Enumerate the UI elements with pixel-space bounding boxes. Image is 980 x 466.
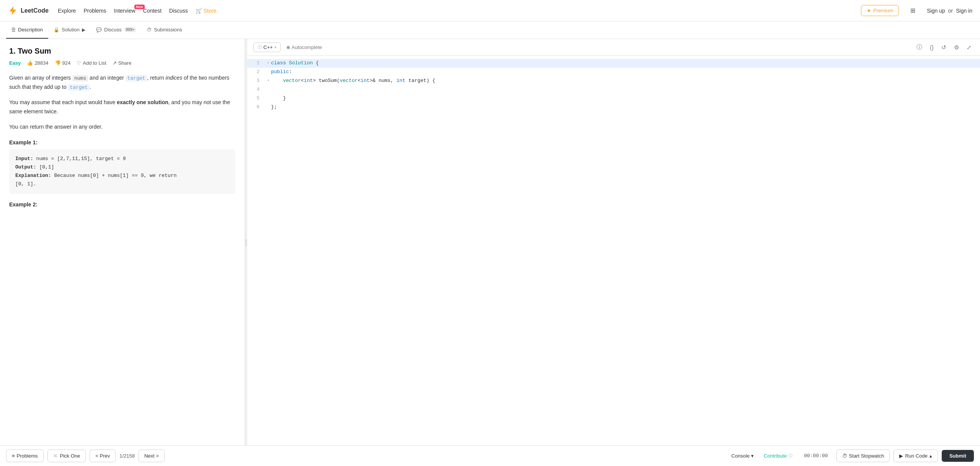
tab-submissions-label: Submissions (154, 27, 182, 33)
example2-title: Example 2: (9, 201, 235, 208)
prev-button[interactable]: < Prev (90, 450, 116, 462)
timer-display: 00:00:00 (799, 451, 832, 461)
star-icon: ★ (867, 8, 871, 13)
run-code-button[interactable]: ▶ Run Code ▴ (893, 450, 938, 462)
contribute-info-icon: ⓘ (788, 453, 792, 459)
code-line-1: 1 ▾ class Solution { (247, 59, 980, 68)
nav-links: Explore Problems Interview New Contest D… (58, 8, 216, 14)
tab-submissions[interactable]: ⏱ Submissions (142, 21, 188, 39)
tab-solution[interactable]: 🔒 Solution ▶ (48, 21, 91, 39)
share-button[interactable]: ↗ Share (113, 60, 132, 66)
nav-link-discuss[interactable]: Discuss (169, 8, 188, 14)
left-panel: 1. Two Sum Easy 👍 28834 👎 924 ♡ Add to L… (0, 39, 245, 445)
nav-auth: Sign up or Sign in (927, 8, 972, 14)
navbar: LeetCode Explore Problems Interview New … (0, 0, 980, 21)
next-button[interactable]: Next > (139, 450, 165, 462)
problem-note2: You can return the answer in any order. (9, 123, 235, 132)
play-icon: ▶ (899, 453, 903, 459)
contribute-button[interactable]: Contribute ⓘ (761, 451, 795, 461)
tab-description-label: Description (18, 27, 43, 33)
share-icon: ↗ (113, 60, 117, 66)
console-button[interactable]: Console ▾ (728, 451, 757, 461)
submissions-icon: ⏱ (147, 27, 152, 33)
tab-description[interactable]: ☰ Description (6, 21, 48, 39)
example1-output: Output: [0,1] (15, 163, 229, 172)
fold-arrow-3[interactable]: ▾ (266, 77, 271, 84)
code-target2: target (68, 84, 90, 91)
premium-button[interactable]: ★ Premium (861, 5, 899, 16)
nav-link-problems[interactable]: Problems (83, 8, 106, 14)
fullscreen-button[interactable]: ⤢ (964, 43, 974, 52)
right-panel: ⓘ C++ ▾ Autocomplete ⓘ {} ↺ ⚙ ⤢ 1 ▾ clas… (247, 39, 980, 445)
nav-link-explore[interactable]: Explore (58, 8, 76, 14)
fold-arrow-1[interactable]: ▾ (266, 59, 271, 66)
editor-toolbar: ⓘ C++ ▾ Autocomplete ⓘ {} ↺ ⚙ ⤢ (247, 39, 980, 56)
submit-button[interactable]: Submit (942, 450, 974, 462)
clock-icon: ⏱ (842, 453, 847, 459)
dislikes-button[interactable]: 👎 924 (55, 60, 71, 66)
code-editor[interactable]: 1 ▾ class Solution { 2 public: 3 ▾ vecto… (247, 56, 980, 445)
restore-button[interactable]: ↺ (939, 43, 949, 52)
fold-arrow-2 (266, 68, 271, 69)
code-nums: nums (72, 75, 88, 82)
tab-discuss[interactable]: 💬 Discuss 999+ (91, 21, 142, 39)
nav-link-interview[interactable]: Interview New (114, 8, 136, 14)
info-button[interactable]: ⓘ (914, 42, 924, 52)
example1-code: Input: nums = [2,7,11,15], target = 9 Ou… (9, 149, 235, 194)
chevron-down-icon: ▾ (274, 45, 276, 49)
language-selector[interactable]: ⓘ C++ ▾ (253, 43, 281, 52)
bottom-bar: ≡ Problems ⛌ Pick One < Prev 1/2158 Next… (0, 445, 980, 466)
list-icon: ≡ (12, 453, 15, 459)
format-button[interactable]: {} (928, 43, 936, 52)
autocomplete-dot (287, 46, 290, 49)
stopwatch-button[interactable]: ⏱ Start Stopwatch (836, 450, 890, 462)
info-icon: ⓘ (258, 44, 262, 50)
likes-count: 28834 (34, 60, 48, 66)
likes-button[interactable]: 👍 28834 (27, 60, 48, 66)
example1-input: Input: nums = [2,7,11,15], target = 9 (15, 155, 229, 163)
problem-meta: Easy 👍 28834 👎 924 ♡ Add to List ↗ Share (9, 60, 235, 66)
thumbup-icon: 👍 (27, 60, 33, 66)
discuss-icon: 💬 (96, 27, 102, 33)
auth-or: or (948, 8, 953, 14)
nav-link-contest[interactable]: Contest (143, 8, 162, 14)
language-label: C++ (263, 44, 273, 50)
add-to-list-button[interactable]: ♡ Add to List (77, 60, 106, 66)
nav-link-store[interactable]: 🛒 Store (196, 8, 216, 14)
example1-title: Example 1: (9, 139, 235, 146)
description-icon: ☰ (11, 27, 16, 33)
code-target: target (126, 75, 147, 82)
code-line-4: 4 (247, 85, 980, 94)
logo-icon (8, 5, 18, 16)
page-info: 1/2158 (119, 453, 135, 459)
problems-button[interactable]: ≡ Problems (6, 450, 44, 462)
dislikes-count: 924 (62, 60, 71, 66)
autocomplete-button[interactable]: Autocomplete (284, 43, 325, 52)
shuffle-icon: ⛌ (53, 453, 58, 459)
code-line-2: 2 public: (247, 68, 980, 77)
play-icon: ▶ (82, 27, 85, 33)
main-content: 1. Two Sum Easy 👍 28834 👎 924 ♡ Add to L… (0, 39, 980, 445)
pick-one-button[interactable]: ⛌ Pick One (47, 450, 86, 462)
code-line-6: 6 }; (247, 103, 980, 112)
code-line-5: 5 } (247, 94, 980, 103)
autocomplete-label: Autocomplete (292, 44, 322, 50)
code-line-3: 3 ▾ vector<int> twoSum(vector<int>& nums… (247, 77, 980, 85)
signin-link[interactable]: Sign in (956, 8, 972, 14)
logo[interactable]: LeetCode (8, 5, 49, 16)
create-icon-button[interactable]: ⊞ (908, 5, 918, 16)
chevron-down-icon: ▾ (751, 453, 754, 459)
example1-explanation: Explanation: Because nums[0] + nums[1] =… (15, 172, 229, 188)
difficulty-badge: Easy (9, 60, 21, 66)
tabs-row: ☰ Description 🔒 Solution ▶ 💬 Discuss 999… (0, 21, 980, 39)
problem-note1: You may assume that each input would hav… (9, 98, 235, 116)
lock-icon: 🔒 (54, 27, 59, 33)
thumbdown-icon: 👎 (55, 60, 61, 66)
panel-divider[interactable] (245, 39, 247, 445)
settings-button[interactable]: ⚙ (952, 43, 961, 52)
problem-title: 1. Two Sum (9, 47, 235, 56)
signup-link[interactable]: Sign up (927, 8, 945, 14)
new-badge: New (134, 5, 145, 9)
discuss-badge: 999+ (124, 27, 137, 32)
problem-description: Given an array of integers nums and an i… (9, 74, 235, 92)
